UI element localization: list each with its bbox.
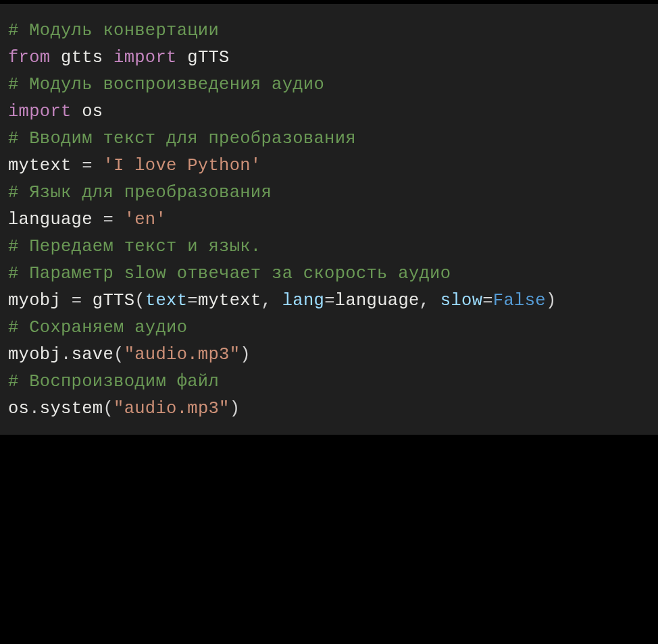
code-token: = <box>187 291 198 311</box>
code-token: . <box>61 345 72 365</box>
code-token: = <box>82 156 103 176</box>
code-line: from gtts import gTTS <box>8 45 650 72</box>
code-token: ( <box>134 291 145 311</box>
code-token: # Модуль конвертации <box>8 21 219 41</box>
code-token: ) <box>230 399 241 419</box>
code-line: myobj = gTTS(text=mytext, lang=language,… <box>8 288 650 315</box>
code-token: = <box>72 291 93 311</box>
code-token: "audio.mp3" <box>113 399 230 419</box>
code-token: myobj <box>8 291 72 311</box>
code-token: text <box>145 291 187 311</box>
code-token: ( <box>103 399 113 419</box>
code-token: # Модуль воспроизведения аудио <box>8 75 324 95</box>
code-line: # Воспроизводим файл <box>8 369 650 396</box>
code-token: system <box>40 399 103 419</box>
code-token: , <box>420 291 440 311</box>
code-token: ( <box>113 345 124 365</box>
code-line: os.system("audio.mp3") <box>8 396 650 423</box>
code-line: import os <box>8 99 650 126</box>
code-token: # Передаем текст и язык. <box>8 237 261 257</box>
code-token: = <box>103 210 124 230</box>
code-block[interactable]: # Модуль конвертацииfrom gtts import gTT… <box>0 4 658 435</box>
code-line: language = 'en' <box>8 207 650 234</box>
code-token: ) <box>240 345 251 365</box>
code-token: = <box>324 291 335 311</box>
code-token: from <box>8 48 50 68</box>
code-line: # Сохраняем аудио <box>8 315 650 342</box>
code-line: myobj.save("audio.mp3") <box>8 342 650 369</box>
code-token: import <box>113 48 177 68</box>
code-token: # Язык для преобразования <box>8 183 272 203</box>
code-token: os <box>72 102 103 122</box>
code-token: slow <box>440 291 482 311</box>
code-token: language <box>335 291 420 311</box>
code-token: mytext <box>198 291 261 311</box>
code-line: # Модуль конвертации <box>8 18 650 45</box>
code-line: # Вводим текст для преобразования <box>8 126 650 153</box>
code-token: lang <box>282 291 324 311</box>
code-token: # Сохраняем аудио <box>8 318 187 338</box>
code-line: # Параметр slow отвечает за скорость ауд… <box>8 261 650 288</box>
code-token: ) <box>546 291 557 311</box>
code-token: . <box>29 399 40 419</box>
code-token: 'I love Python' <box>103 156 261 176</box>
code-token: "audio.mp3" <box>124 345 241 365</box>
code-token: mytext <box>8 156 82 176</box>
code-token: False <box>493 291 546 311</box>
code-token: import <box>8 102 72 122</box>
code-token: 'en' <box>124 210 166 230</box>
code-token: # Вводим текст для преобразования <box>8 129 356 149</box>
code-token: myobj <box>8 345 61 365</box>
code-token: = <box>482 291 493 311</box>
code-line: # Модуль воспроизведения аудио <box>8 72 650 99</box>
code-line: # Передаем текст и язык. <box>8 234 650 261</box>
code-token: gtts <box>50 48 113 68</box>
code-token: , <box>261 291 282 311</box>
code-line: # Язык для преобразования <box>8 180 650 207</box>
code-token: save <box>72 345 113 365</box>
code-token: # Воспроизводим файл <box>8 372 219 392</box>
code-token: # Параметр slow отвечает за скорость ауд… <box>8 264 451 284</box>
code-line: mytext = 'I love Python' <box>8 153 650 180</box>
code-token: gTTS <box>93 291 134 311</box>
code-token: language <box>8 210 103 230</box>
code-token: gTTS <box>177 48 230 68</box>
code-token: os <box>8 399 29 419</box>
